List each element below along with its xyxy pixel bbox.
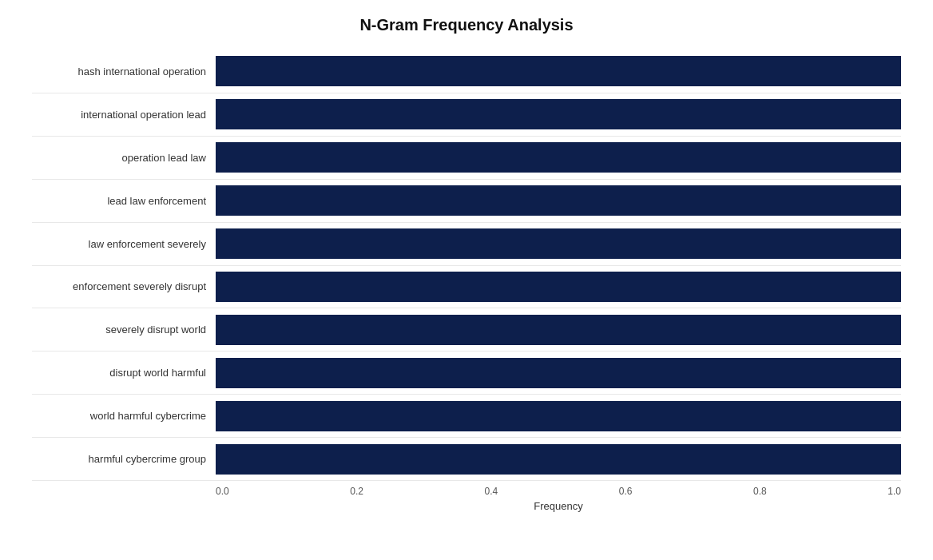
- bar-track: [216, 142, 901, 173]
- bar-row: operation lead law: [32, 137, 901, 180]
- bar-fill: [216, 56, 901, 86]
- bar-track: [216, 228, 901, 259]
- bar-row: law enforcement severely: [32, 223, 901, 266]
- bar-row: severely disrupt world: [32, 308, 901, 351]
- bar-fill: [216, 315, 901, 345]
- bar-track: [216, 315, 901, 345]
- bar-label: severely disrupt world: [32, 324, 216, 336]
- chart-area: hash international operationinternationa…: [32, 50, 901, 481]
- bar-fill: [216, 185, 901, 216]
- bar-label: disrupt world harmful: [32, 367, 216, 379]
- x-tick: 0.8: [753, 486, 767, 497]
- bar-row: world harmful cybercrime: [32, 395, 901, 438]
- bar-fill: [216, 358, 901, 388]
- bar-label: enforcement severely disrupt: [32, 280, 216, 292]
- bar-track: [216, 444, 901, 475]
- bar-fill: [216, 444, 901, 475]
- bar-label: international operation lead: [32, 109, 216, 121]
- x-axis-ticks: 0.00.20.40.60.81.0: [216, 486, 901, 497]
- bar-fill: [216, 401, 901, 431]
- bar-row: hash international operation: [32, 50, 901, 93]
- bar-row: international operation lead: [32, 93, 901, 137]
- bar-label: hash international operation: [32, 66, 216, 77]
- x-axis-label: Frequency: [350, 500, 582, 512]
- bar-label: harmful cybercrime group: [32, 453, 216, 465]
- bar-row: disrupt world harmful: [32, 351, 901, 395]
- bar-track: [216, 401, 901, 431]
- bar-label: law enforcement severely: [32, 238, 216, 250]
- bar-fill: [216, 99, 901, 129]
- x-tick: 0.0: [216, 486, 229, 497]
- x-tick: 0.4: [485, 486, 498, 497]
- bar-fill: [216, 142, 901, 173]
- bar-row: lead law enforcement: [32, 180, 901, 223]
- bar-fill: [216, 272, 901, 302]
- bar-row: enforcement severely disrupt: [32, 266, 901, 309]
- bar-label: operation lead law: [32, 152, 216, 164]
- chart-container: N-Gram Frequency Analysis hash internati…: [0, 0, 933, 560]
- bar-track: [216, 272, 901, 302]
- x-tick: 1.0: [887, 486, 901, 497]
- bar-track: [216, 185, 901, 216]
- bar-label: lead law enforcement: [32, 195, 216, 207]
- bar-track: [216, 56, 901, 86]
- x-tick: 0.6: [619, 486, 633, 497]
- bar-track: [216, 358, 901, 388]
- bar-row: harmful cybercrime group: [32, 438, 901, 481]
- chart-title: N-Gram Frequency Analysis: [359, 16, 573, 34]
- x-axis: 0.00.20.40.60.81.0: [32, 486, 901, 497]
- x-tick: 0.2: [350, 486, 363, 497]
- bar-track: [216, 99, 901, 129]
- bar-label: world harmful cybercrime: [32, 410, 216, 422]
- bar-fill: [216, 228, 901, 259]
